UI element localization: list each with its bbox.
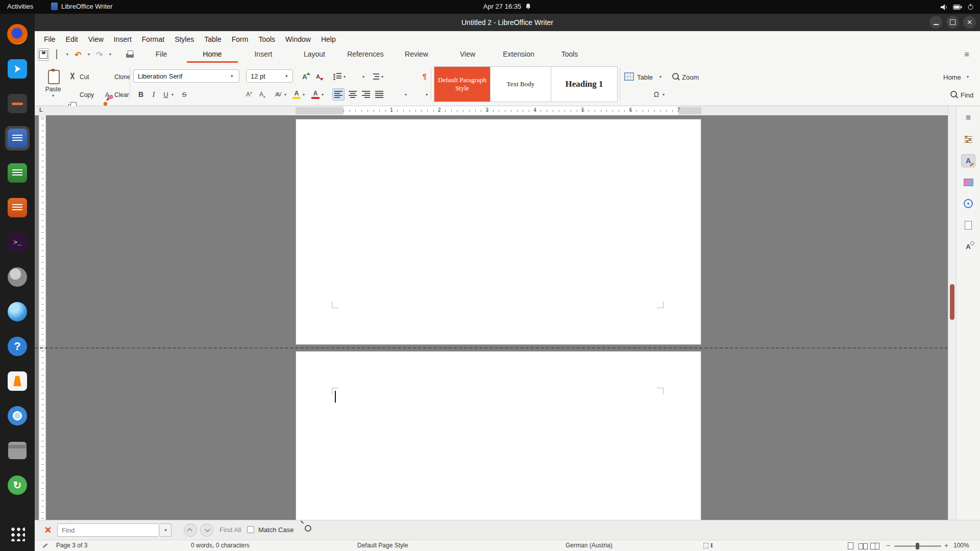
- style-preview[interactable]: Text Body: [491, 67, 551, 102]
- formatting-marks-button[interactable]: [419, 70, 431, 83]
- dock-firefox-icon[interactable]: [5, 22, 30, 46]
- dock-blue-app-icon[interactable]: [5, 299, 30, 324]
- find-toggle-label[interactable]: Find: [961, 91, 973, 99]
- outline-list-dropdown[interactable]: [379, 74, 385, 80]
- clear-formatting-button[interactable]: [101, 88, 113, 101]
- italic-button[interactable]: [148, 88, 160, 101]
- font-name-combobox[interactable]: [133, 69, 239, 83]
- zoom-percent-status[interactable]: 100%: [953, 542, 969, 549]
- find-input[interactable]: [57, 523, 159, 537]
- word-count-status[interactable]: 0 words, 0 characters: [191, 542, 250, 549]
- special-character-dropdown[interactable]: [660, 92, 667, 98]
- dock-terminal-icon[interactable]: [5, 230, 30, 255]
- clear-label[interactable]: Clear: [114, 91, 129, 98]
- print-button[interactable]: [125, 48, 136, 61]
- redo-dropdown[interactable]: [107, 52, 113, 58]
- grow-font-button[interactable]: [299, 70, 311, 83]
- paste-dropdown[interactable]: ▾: [52, 93, 54, 98]
- tab-stop-selector[interactable]: [39, 107, 43, 113]
- styles-panel-icon[interactable]: [961, 154, 975, 167]
- ribbon-tab[interactable]: Home: [187, 47, 238, 63]
- font-color-dropdown[interactable]: [320, 92, 326, 98]
- shrink-font-button[interactable]: [312, 70, 324, 83]
- cut-label[interactable]: Cut: [80, 73, 89, 81]
- toolbar-layout-dropdown[interactable]: [965, 74, 971, 80]
- paste-button[interactable]: Paste ▾: [40, 65, 66, 103]
- strikethrough-button[interactable]: [178, 88, 190, 101]
- cut-button[interactable]: [66, 70, 79, 83]
- navigator-panel-icon[interactable]: [961, 197, 975, 210]
- superscript-button[interactable]: [243, 88, 255, 101]
- ribbon-tab[interactable]: References: [340, 47, 391, 63]
- menu-item[interactable]: Styles: [169, 33, 199, 45]
- ribbon-tab[interactable]: Review: [391, 47, 442, 63]
- restore-button[interactable]: [946, 16, 959, 29]
- justify-button[interactable]: [373, 88, 385, 101]
- menu-item[interactable]: Form: [227, 33, 254, 45]
- horizontal-ruler[interactable]: 1234567: [35, 106, 948, 115]
- toolbar-layout-menu[interactable]: Home: [943, 73, 961, 81]
- menu-item[interactable]: Insert: [109, 33, 137, 45]
- find-history-dropdown[interactable]: [160, 523, 172, 537]
- zoom-slider[interactable]: [894, 545, 941, 547]
- zoom-slider-thumb[interactable]: [916, 543, 919, 549]
- single-page-view-button[interactable]: [845, 542, 855, 550]
- page-panel-icon[interactable]: [961, 218, 975, 232]
- character-spacing-dropdown[interactable]: [282, 92, 288, 98]
- line-spacing-dropdown[interactable]: [403, 92, 409, 98]
- new-document-button[interactable]: [51, 48, 62, 61]
- zoom-label[interactable]: Zoom: [682, 73, 699, 81]
- dock-help-icon[interactable]: [5, 334, 30, 359]
- find-toggle-button[interactable]: [949, 88, 959, 101]
- match-case-checkbox[interactable]: [247, 526, 254, 533]
- dock-files-icon[interactable]: [5, 91, 30, 116]
- find-previous-button[interactable]: [184, 523, 197, 537]
- focused-app-indicator[interactable]: LibreOffice Writer: [51, 3, 113, 10]
- menu-item[interactable]: Help: [316, 33, 341, 45]
- bullet-list-dropdown[interactable]: [341, 74, 348, 80]
- dock-impress-icon[interactable]: [5, 195, 30, 220]
- style-preview[interactable]: Default Paragraph Style: [434, 67, 491, 102]
- selection-mode-status[interactable]: I: [703, 542, 713, 549]
- close-find-bar-button[interactable]: [42, 524, 54, 536]
- ribbon-tab[interactable]: Tools: [544, 47, 595, 63]
- dock-writer-icon[interactable]: [5, 126, 30, 151]
- dock-app-grid-icon[interactable]: [5, 521, 30, 546]
- sidebar-settings-icon[interactable]: [961, 111, 975, 124]
- dock-chromium-icon[interactable]: [5, 404, 30, 428]
- font-name-dropdown[interactable]: ▾: [231, 73, 233, 79]
- insert-table-dropdown[interactable]: [657, 74, 664, 80]
- document-page-2[interactable]: [296, 119, 701, 345]
- align-right-button[interactable]: [360, 88, 372, 101]
- dock-gimp-icon[interactable]: [5, 265, 30, 289]
- page-style-status[interactable]: Default Page Style: [357, 542, 408, 549]
- clock-menu[interactable]: Apr 27 16:35: [483, 3, 531, 10]
- font-size-dropdown[interactable]: ▾: [285, 73, 288, 79]
- scrollbar-thumb[interactable]: [950, 284, 954, 320]
- dock-software-updater-icon[interactable]: [5, 473, 30, 497]
- menu-item[interactable]: View: [83, 33, 109, 45]
- ribbon-tab[interactable]: Extension: [493, 47, 544, 63]
- gallery-panel-icon[interactable]: [961, 176, 975, 189]
- vertical-scrollbar[interactable]: [948, 106, 956, 520]
- document-canvas[interactable]: [35, 115, 948, 520]
- activities-button[interactable]: Activities: [7, 3, 33, 10]
- menu-item[interactable]: Format: [137, 33, 169, 45]
- menu-item[interactable]: Table: [199, 33, 226, 45]
- titlebar[interactable]: Untitled 2 - LibreOffice Writer: [35, 14, 980, 31]
- zoom-out-button[interactable]: −: [886, 541, 890, 549]
- undo-button[interactable]: [72, 48, 84, 61]
- properties-panel-icon[interactable]: [961, 133, 975, 146]
- find-next-button[interactable]: [200, 523, 213, 537]
- ribbon-tab[interactable]: File: [136, 47, 187, 63]
- system-status-area[interactable]: [941, 0, 974, 14]
- undo-dropdown[interactable]: [86, 52, 92, 58]
- menubar-toggle-button[interactable]: [961, 49, 973, 60]
- multi-page-view-button[interactable]: [857, 542, 868, 550]
- find-all-button[interactable]: Find All: [219, 526, 241, 534]
- menu-item[interactable]: Window: [280, 33, 316, 45]
- clone-label[interactable]: Clone: [114, 73, 130, 81]
- document-page-3[interactable]: [296, 351, 701, 520]
- copy-label[interactable]: Copy: [80, 91, 94, 98]
- style-preview[interactable]: Heading 1: [551, 67, 617, 102]
